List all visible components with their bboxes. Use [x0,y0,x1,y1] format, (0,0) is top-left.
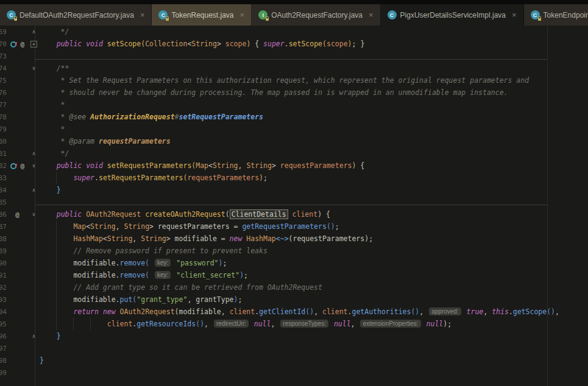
code-line-86[interactable]: 86@∨ public OAuth2Request createOAuth2Re… [0,208,588,220]
line-number[interactable]: 76 [0,89,7,97]
line-number[interactable]: 79 [0,125,7,133]
line-number[interactable]: 77 [0,101,7,109]
code-text: public OAuth2Request createOAuth2Request… [40,210,330,219]
line-number[interactable]: 87 [0,223,7,231]
code-line-84[interactable]: 84∧ } [0,184,588,196]
gutter-icons: @ [7,208,28,220]
fold-marker[interactable]: ∧ [28,29,40,35]
line-number[interactable]: 95 [0,320,7,328]
line-number[interactable]: 78 [0,113,7,121]
code-line-70[interactable]: 70↑@+ public void setScope(Collection<St… [0,38,588,50]
fold-marker[interactable]: ∨ [28,65,40,71]
code-line-97[interactable]: 97 [0,342,588,354]
fold-open-icon: ∨ [32,65,35,71]
line-number[interactable]: 73 [0,52,7,60]
line-number[interactable]: 92 [0,284,7,292]
code-line-91[interactable]: 91 modifiable.remove( key: "client_secre… [0,269,588,281]
gutter-icons [7,123,28,135]
code-line-75[interactable]: 75 * Set the Request Parameters on this … [0,74,588,86]
fold-marker[interactable]: ∨ [28,163,40,169]
code-text: * @param requestParameters [40,137,171,146]
code-line-92[interactable]: 92 // Add grant type so it can be retrie… [0,281,588,293]
fold-marker[interactable]: + [28,41,40,47]
code-line-99[interactable]: 99 [0,367,588,379]
line-number[interactable]: 99 [0,369,7,377]
gutter-icons [7,86,28,99]
code-line-96[interactable]: 96∧ } [0,330,588,342]
line-number[interactable]: 80 [0,138,7,146]
class-file-icon: C [158,10,168,19]
close-icon[interactable]: × [369,10,374,19]
line-number[interactable]: 69 [0,28,7,36]
tab-tokenendpoint-ja[interactable]: CTokenEndpoint.ja [524,4,588,26]
gutter-icons [7,330,28,342]
code-line-78[interactable]: 78 * @see AuthorizationRequest#setReques… [0,111,588,123]
close-icon[interactable]: × [240,10,245,19]
code-line-98[interactable]: 98} [0,354,588,367]
line-number[interactable]: 88 [0,235,7,243]
gutter-icons [7,257,28,269]
code-text: * Set the Request Parameters on this aut… [40,76,529,85]
line-number[interactable]: 84 [0,186,7,194]
line-number[interactable]: 90 [0,259,7,267]
code-text: */ [40,27,69,36]
code-line-76[interactable]: 76 * should never be changed during proc… [0,86,588,99]
override-marker-icon[interactable]: ↑ [10,38,18,50]
close-icon[interactable]: × [512,10,517,19]
line-number[interactable]: 96 [0,332,7,340]
tab-defaultoauth2requestfactory-java[interactable]: CDefaultOAuth2RequestFactory.java× [0,4,152,26]
code-line-74[interactable]: 74∨ /** [0,62,588,74]
code-text: } [40,332,61,340]
line-number[interactable]: 94 [0,308,7,316]
lock-icon [14,18,17,21]
code-line-94[interactable]: 94 return new OAuth2Request(modifiable, … [0,306,588,318]
code-text: modifiable.remove( key: "password"); [40,259,227,267]
line-number[interactable]: 75 [0,77,7,85]
line-number[interactable]: 81 [0,150,7,158]
lock-icon [166,18,169,21]
code-line-83[interactable]: 83 super.setRequestParameters(requestPar… [0,172,588,184]
tab-pigxuserdetailsserviceimpl-java[interactable]: CPigxUserDetailsServiceImpl.java× [381,4,524,26]
line-number[interactable]: 82 [0,162,7,170]
lock-icon [538,18,541,21]
fold-marker[interactable]: ∧ [28,187,40,193]
gutter-icons [7,318,28,330]
line-number[interactable]: 97 [0,345,7,353]
gutter-icons [7,184,28,196]
fold-marker[interactable]: ∧ [28,333,40,339]
code-line-77[interactable]: 77 * [0,99,588,111]
tab-label: DefaultOAuth2RequestFactory.java [19,11,134,19]
line-number[interactable]: 74 [0,65,7,72]
code-line-81[interactable]: 81∧ */ [0,147,588,160]
override-marker-icon[interactable]: ↑ [10,160,18,172]
code-line-93[interactable]: 93 modifiable.put("grant_type", grantTyp… [0,293,588,306]
tab-bar: CDefaultOAuth2RequestFactory.java×CToken… [0,4,588,26]
tab-tokenrequest-java[interactable]: CTokenRequest.java× [152,4,252,26]
line-number[interactable]: 86 [0,211,7,219]
code-line-69[interactable]: 69∧ */ [0,26,588,38]
code-line-90[interactable]: 90 modifiable.remove( key: "password"); [0,257,588,269]
code-line-79[interactable]: 79 * [0,123,588,135]
code-line-88[interactable]: 88 HashMap<String, String> modifiable = … [0,233,588,245]
code-line-80[interactable]: 80 * @param requestParameters [0,135,588,147]
close-icon[interactable]: × [140,10,145,19]
line-number[interactable]: 91 [0,272,7,279]
code-line-95[interactable]: 95 client.getResourceIds(), redirectUri:… [0,318,588,330]
code-line-87[interactable]: 87 Map<String, String> requestParameters… [0,220,588,233]
line-number[interactable]: 85 [0,198,7,206]
code-editor[interactable]: 69∧ */70↑@+ public void setScope(Collect… [0,26,588,386]
line-number[interactable]: 98 [0,357,7,365]
line-number[interactable]: 89 [0,247,7,255]
code-text: modifiable.remove( key: "client_secret")… [40,271,248,279]
code-line-73[interactable]: 73 [0,50,588,62]
tab-oauth2requestfactory-java[interactable]: IOAuth2RequestFactory.java× [252,4,380,26]
fold-marker[interactable]: ∨ [28,211,40,217]
class-file-icon: C [7,10,16,19]
code-line-85[interactable]: 85 [0,196,588,208]
fold-marker[interactable]: ∧ [28,150,40,156]
line-number[interactable]: 70 [0,40,7,48]
line-number[interactable]: 83 [0,174,7,182]
code-line-82[interactable]: 82↑@∨ public void setRequestParameters(M… [0,160,588,172]
line-number[interactable]: 93 [0,296,7,304]
code-line-89[interactable]: 89 // Remove password if present to prev… [0,245,588,257]
